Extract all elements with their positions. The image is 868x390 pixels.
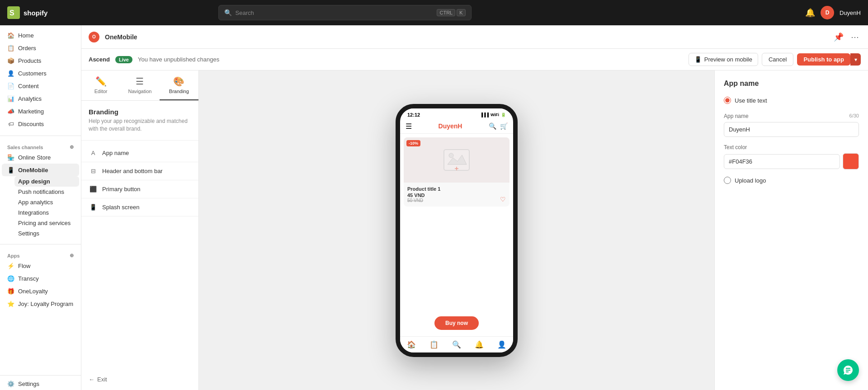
home-icon: 🏠: [7, 32, 14, 39]
heart-icon[interactable]: ♡: [500, 196, 506, 203]
sidebar-item-transcy[interactable]: 🌐 Transcy: [2, 272, 79, 285]
notification-icon[interactable]: 🔔: [805, 8, 815, 18]
sidebar-item-products[interactable]: 📦 Products: [2, 54, 79, 67]
publish-button[interactable]: Publish to app: [797, 53, 850, 66]
branding-item-primary-button[interactable]: ⬛ Primary button: [81, 180, 198, 198]
branding-items: A App name ⊟ Header and bottom bar ⬛ Pri…: [81, 141, 198, 220]
discounts-icon: 🏷: [7, 120, 14, 127]
search-bar[interactable]: 🔍 CTRL K: [218, 5, 472, 20]
buy-now-button[interactable]: Buy now: [434, 316, 479, 330]
menu-icon[interactable]: ☰: [406, 122, 412, 131]
expand-icon[interactable]: ⊕: [70, 144, 74, 150]
cancel-button[interactable]: Cancel: [762, 53, 793, 66]
sidebar-item-settings-sub[interactable]: Settings: [14, 228, 79, 239]
sidebar-label-flow: Flow: [18, 263, 30, 269]
branding-item-app-name[interactable]: A App name: [81, 144, 198, 162]
phone-nav-search[interactable]: 🔍: [452, 340, 461, 349]
phone-nav-home[interactable]: 🏠: [407, 340, 416, 349]
shopify-logo[interactable]: S shopify: [7, 6, 47, 19]
sidebar-item-joy-loyalty[interactable]: ⭐ Joy: Loyalty Program: [2, 297, 79, 310]
sidebar-item-onemobile[interactable]: 📱 OneMobile: [2, 164, 79, 176]
sidebar-label-integrations: Integrations: [18, 209, 49, 216]
sidebar-item-pricing-services[interactable]: Pricing and services: [14, 218, 79, 228]
search-icon: 🔍: [224, 9, 232, 16]
apps-expand-icon[interactable]: ⊕: [70, 253, 74, 258]
navigation-tab-label: Navigation: [128, 89, 152, 94]
avatar[interactable]: D: [821, 6, 834, 19]
joy-icon: ⭐: [7, 300, 14, 307]
branding-item-header[interactable]: ⊟ Header and bottom bar: [81, 162, 198, 180]
chat-bubble[interactable]: [837, 359, 859, 381]
use-title-radio[interactable]: [724, 97, 731, 104]
sidebar-item-online-store[interactable]: 🏪 Online Store: [2, 151, 79, 164]
ascend-tab[interactable]: Ascend: [89, 56, 110, 63]
sidebar-item-app-design[interactable]: App design: [14, 176, 79, 187]
branding-item-splash[interactable]: 📱 Splash screen: [81, 198, 198, 216]
use-title-option[interactable]: Use title text: [724, 97, 859, 104]
sales-channels-header: Sales channels ⊕: [0, 141, 81, 151]
mobile-preview-icon: 📱: [694, 56, 702, 63]
splash-icon: 📱: [89, 204, 98, 211]
editor-tab-icon: ✏️: [95, 76, 107, 87]
right-panel: App name Use title text App name 6/30: [714, 70, 868, 390]
editor-topbar: Ascend Live You have unpublished changes…: [81, 49, 868, 70]
color-swatch[interactable]: [843, 153, 859, 169]
battery-icon: 🔋: [501, 113, 506, 117]
pin-button[interactable]: 📌: [832, 30, 845, 44]
sidebar-item-marketing[interactable]: 📣 Marketing: [2, 105, 79, 117]
sidebar-item-content[interactable]: 📄 Content: [2, 80, 79, 92]
sidebar-label-orders: Orders: [18, 45, 36, 52]
analytics-icon: 📊: [7, 95, 14, 102]
sidebar-item-customers[interactable]: 👤 Customers: [2, 67, 79, 80]
phone-nav-list[interactable]: 📋: [429, 340, 439, 349]
phone-nav-profile[interactable]: 👤: [497, 340, 506, 349]
sidebar-label-discounts: Discounts: [18, 121, 44, 127]
signal-icon: ▐▐▐: [480, 113, 489, 117]
sidebar-label-home: Home: [18, 32, 34, 39]
sidebar-item-flow[interactable]: ⚡ Flow: [2, 259, 79, 272]
sidebar-item-analytics[interactable]: 📊 Analytics: [2, 92, 79, 105]
editor-tab-branding[interactable]: 🎨 Branding: [160, 70, 198, 100]
app-name-input[interactable]: [724, 122, 859, 137]
k-key: K: [457, 9, 465, 16]
phone-nav-bell[interactable]: 🔔: [475, 340, 484, 349]
header-icon: ⊟: [89, 168, 98, 174]
search-icon-phone[interactable]: 🔍: [489, 122, 496, 130]
char-count: 6/30: [849, 113, 859, 119]
more-options-button[interactable]: ⋯: [849, 30, 861, 44]
sidebar-item-home[interactable]: 🏠 Home: [2, 29, 79, 42]
wifi-icon: WiFi: [491, 113, 499, 117]
sidebar-item-push-notifications[interactable]: Push notifications: [14, 187, 79, 197]
sidebar-label-products: Products: [18, 57, 41, 64]
svg-point-3: [449, 153, 453, 158]
exit-button[interactable]: ← Exit: [81, 369, 198, 390]
sidebar-item-settings[interactable]: ⚙️ Settings: [2, 377, 79, 390]
phone-mockup: 12:12 ▐▐▐ WiFi 🔋 ☰ DuyenH 🔍 🛒: [396, 104, 518, 357]
preview-mobile-button[interactable]: 📱 Preview on mobile: [689, 53, 758, 66]
app-header: O OneMobile 📌 ⋯: [81, 25, 868, 49]
sidebar-item-orders[interactable]: 📋 Orders: [2, 42, 79, 54]
search-input[interactable]: [236, 9, 434, 16]
color-hex-input[interactable]: [724, 154, 840, 169]
cart-icon[interactable]: 🛒: [500, 122, 508, 130]
radio-group: Use title text: [724, 97, 859, 104]
exit-label: Exit: [97, 376, 107, 383]
sidebar-label-marketing: Marketing: [18, 108, 44, 115]
app-name-icon: A: [89, 150, 98, 156]
sidebar-label-online-store: Online Store: [18, 154, 51, 161]
navigation-tab-icon: ☰: [136, 76, 144, 87]
sidebar-item-discounts[interactable]: 🏷 Discounts: [2, 117, 79, 130]
sidebar-label-onemobile: OneMobile: [18, 167, 48, 174]
editor-tab-navigation[interactable]: ☰ Navigation: [120, 70, 159, 100]
editor-tab-editor[interactable]: ✏️ Editor: [81, 70, 120, 100]
editor-topbar-right: 📱 Preview on mobile Cancel Publish to ap…: [689, 53, 861, 66]
editor-nav: ✏️ Editor ☰ Navigation 🎨 Branding: [81, 70, 198, 101]
sidebar-item-oneloyalty[interactable]: 🎁 OneLoyalty: [2, 285, 79, 297]
upload-logo-option[interactable]: Upload logo: [724, 177, 859, 184]
product-card: -10% ♡: [404, 137, 509, 207]
sales-channels-section: Sales channels ⊕ 🏪 Online Store 📱 OneMob…: [0, 138, 81, 242]
upload-logo-radio[interactable]: [724, 177, 731, 184]
sidebar-item-app-analytics[interactable]: App analytics: [14, 197, 79, 207]
sidebar-item-integrations[interactable]: Integrations: [14, 207, 79, 218]
publish-dropdown-button[interactable]: ▾: [850, 53, 861, 66]
